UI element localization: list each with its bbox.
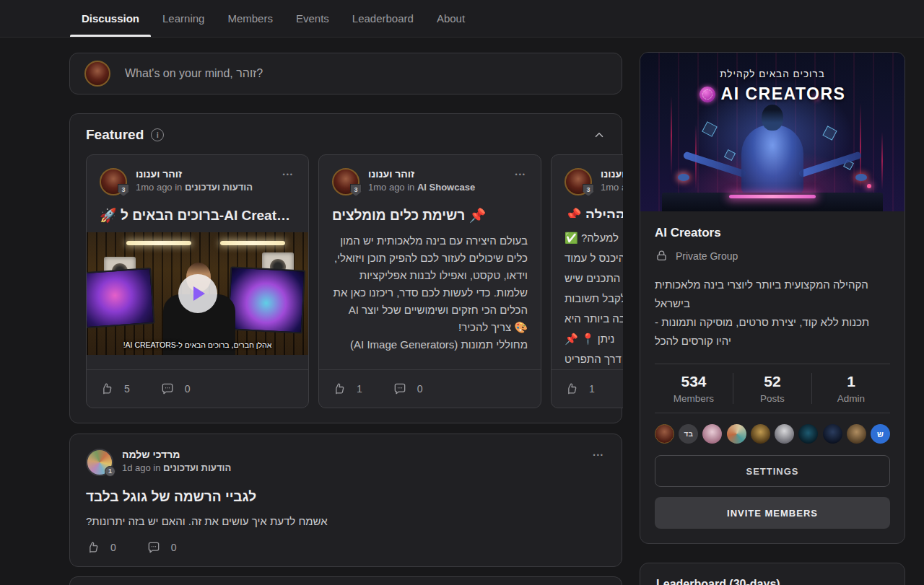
author-avatar[interactable]: 1 — [86, 449, 113, 476]
post-title[interactable]: 🚀 ברוכים הבאים ל-AI Creat… — [100, 207, 295, 224]
info-icon[interactable]: i — [151, 128, 164, 141]
post-body: למעלה? ✅ היכנס ל עמוד התכנים שיש לקבל תש… — [565, 228, 623, 369]
space-link[interactable]: הודעות ועדכונים — [163, 462, 231, 473]
post-body: אשמח לדעת איך עושים את זה. והאם יש בזה י… — [86, 515, 606, 527]
featured-title: Featured — [86, 127, 144, 143]
stat-members[interactable]: 534 Members — [655, 373, 733, 404]
group-sidebar: ברוכים הבאים לקהילת AI CREATORS AI Creat… — [640, 52, 905, 585]
space-link[interactable]: הודעות ועדכונים — [185, 182, 253, 193]
member-avatar[interactable] — [751, 424, 770, 444]
tab-members[interactable]: Members — [216, 0, 284, 37]
comment-count: 0 — [171, 542, 177, 553]
post-composer[interactable]: What's on your mind, זוהר? — [69, 53, 622, 94]
chevron-up-icon[interactable] — [593, 128, 606, 141]
ellipsis-menu-icon[interactable] — [282, 168, 295, 180]
like-button[interactable] — [100, 382, 114, 396]
post-meta: 1mo ago in AI Showcase — [368, 182, 475, 193]
banner-welcome-text: ברוכים הבאים לקהילת — [640, 69, 905, 79]
settings-button[interactable]: SETTINGS — [655, 455, 890, 487]
main-tabs-bar: Discussion Learning Members Events Leade… — [0, 0, 924, 38]
group-stats: 534 Members 52 Posts 1 Admin — [655, 364, 890, 413]
group-info-card: ברוכים הבאים לקהילת AI CREATORS AI Creat… — [640, 52, 905, 544]
composer-prompt: What's on your mind, זוהר? — [125, 67, 263, 80]
member-avatar[interactable]: ש — [871, 424, 890, 444]
member-avatar[interactable] — [727, 424, 746, 444]
post-body: בעולם היצירה עם בינה מלאכותית יש המון כל… — [332, 232, 528, 353]
leaderboard-title: Leaderboard (30-days) — [656, 578, 889, 585]
level-badge: 3 — [350, 184, 362, 196]
member-avatar[interactable] — [655, 424, 674, 444]
invite-members-button[interactable]: INVITE MEMBERS — [655, 497, 890, 529]
space-link[interactable]: AI Showcase — [417, 182, 475, 193]
post-title[interactable]: 📌 קהילה — [565, 207, 623, 218]
ellipsis-menu-icon[interactable] — [514, 168, 528, 180]
comment-count: 0 — [185, 383, 191, 395]
level-badge: 1 — [105, 466, 116, 477]
featured-section: Featured i 3 זוהר וענונו 1mo ago in הודע… — [69, 113, 622, 423]
stat-posts[interactable]: 52 Posts — [733, 373, 811, 404]
comment-count: 0 — [417, 383, 423, 395]
author-name[interactable]: זוהר וענונו — [601, 168, 623, 180]
featured-post-card[interactable]: 3 זוהר וענונו 1mo ago in הודעות ועדכונים… — [86, 154, 309, 408]
author-avatar[interactable]: 3 — [100, 168, 127, 195]
author-name[interactable]: מרדכי שלמה — [122, 449, 231, 460]
play-icon[interactable] — [178, 274, 217, 313]
post-meta: 1d ago in הודעות ועדכונים — [122, 462, 231, 473]
author-avatar[interactable]: 3 — [332, 168, 359, 195]
author-avatar[interactable]: 3 — [565, 168, 592, 195]
author-name[interactable]: זוהר וענונו — [368, 168, 475, 180]
like-count: 1 — [589, 383, 595, 395]
current-user-avatar[interactable] — [84, 61, 110, 87]
leaderboard-card: Leaderboard (30-days) — [640, 563, 905, 585]
tab-events[interactable]: Events — [284, 0, 341, 37]
video-caption: אהלן חברים, ברוכים הבאים ל-AI CREATORS! — [87, 340, 308, 349]
feed-post-card[interactable]: 1 מרדכי שלמה 1d ago in הודעות ועדכונים ל… — [69, 434, 622, 567]
member-avatar[interactable] — [775, 424, 794, 444]
like-button[interactable] — [332, 382, 346, 396]
video-thumbnail[interactable]: אהלן חברים, ברוכים הבאים ל-AI CREATORS! — [87, 232, 308, 355]
ellipsis-menu-icon[interactable] — [592, 449, 606, 460]
thumbnail-light — [220, 241, 285, 245]
thumbnail-monitor — [227, 266, 305, 333]
featured-cards-row: 3 זוהר וענונו 1mo ago in הודעות ועדכונים… — [86, 154, 623, 408]
like-button[interactable] — [565, 382, 579, 396]
group-description: הקהילה המקצועית ביותר ליוצרי בינה מלאכות… — [655, 276, 890, 351]
comment-button[interactable] — [393, 382, 407, 396]
member-avatar[interactable]: בד — [679, 424, 698, 444]
level-badge: 3 — [118, 184, 129, 196]
lock-icon — [655, 249, 668, 263]
post-title[interactable]: לגביי הרשמה של גוגל בלבד — [86, 489, 606, 505]
tab-leaderboard[interactable]: Leaderboard — [341, 0, 425, 37]
comment-button[interactable] — [160, 382, 175, 396]
author-name[interactable]: זוהר וענונו — [136, 168, 253, 180]
post-meta: 1mo ago in הודעות ועדכונים — [601, 182, 623, 193]
post-title[interactable]: רשימת כלים מומלצים 📌 — [332, 207, 528, 224]
like-button[interactable] — [86, 540, 100, 555]
privacy-label: Private Group — [676, 250, 738, 262]
member-avatar[interactable] — [798, 424, 818, 444]
thumbnail-monitor — [87, 268, 155, 329]
stat-admin[interactable]: 1 Admin — [811, 373, 890, 404]
tab-discussion[interactable]: Discussion — [70, 0, 151, 37]
thumbnail-light — [126, 241, 191, 245]
member-avatar[interactable] — [847, 424, 866, 444]
tab-about[interactable]: About — [425, 0, 476, 37]
member-avatar[interactable] — [823, 424, 842, 444]
like-count: 1 — [357, 383, 362, 395]
post-meta: 1mo ago in הודעות ועדכונים — [136, 182, 253, 193]
featured-post-card[interactable]: 3 זוהר וענונו 1mo ago in הודעות ועדכונים… — [551, 154, 623, 408]
banner-group-title: AI CREATORS — [721, 84, 846, 104]
level-badge: 3 — [583, 184, 594, 196]
main-feed-column: What's on your mind, זוהר? Featured i 3 … — [69, 38, 622, 585]
featured-post-card[interactable]: 3 זוהר וענונו 1mo ago in AI Showcase רשי… — [318, 154, 541, 408]
member-avatar[interactable] — [702, 424, 722, 444]
feed-post-card[interactable] — [69, 576, 622, 585]
like-count: 5 — [124, 383, 130, 395]
brain-icon — [699, 87, 715, 102]
comment-button[interactable] — [147, 540, 161, 555]
tab-learning[interactable]: Learning — [151, 0, 216, 37]
member-avatars-row: בד ש — [655, 424, 890, 444]
like-count: 0 — [110, 542, 116, 553]
group-banner-image: ברוכים הבאים לקהילת AI CREATORS — [640, 53, 905, 211]
group-name: AI Creators — [655, 226, 890, 240]
